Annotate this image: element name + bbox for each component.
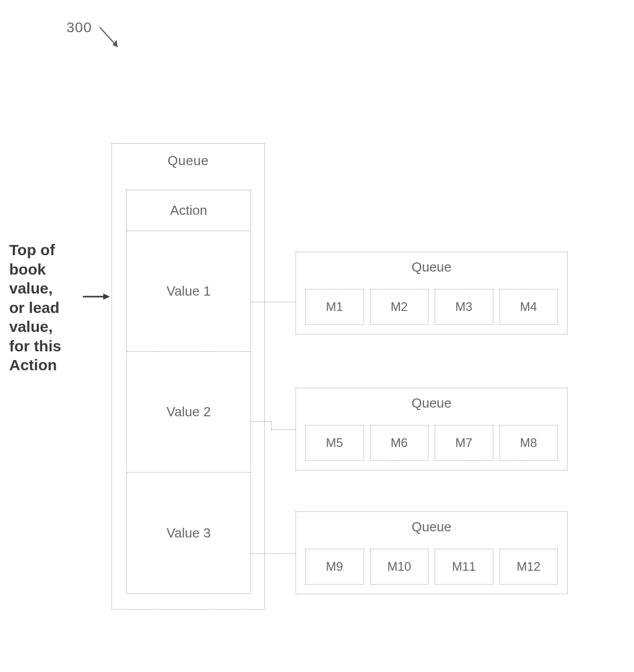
queue-item: M1 [305, 289, 364, 325]
main-queue-title: Queue [112, 153, 264, 169]
sub-queue-1: Queue M1 M2 M3 M4 [296, 252, 568, 334]
queue-item: M2 [370, 289, 429, 325]
value-cell-3: Value 3 [127, 473, 251, 593]
connector-line [271, 430, 296, 430]
queue-item: M8 [500, 425, 558, 461]
svg-marker-1 [112, 40, 118, 47]
connector-line [271, 421, 271, 430]
main-queue-box: Queue Action Value 1 Value 2 Value 3 [111, 143, 265, 610]
side-label-line: Action [9, 356, 57, 373]
queue-item: M5 [305, 425, 364, 461]
side-label-line: for this [9, 338, 61, 354]
side-label-line: value, [9, 280, 53, 297]
queue-item: M9 [305, 549, 364, 585]
reference-number: 300 [66, 19, 92, 36]
sub-queue-items: M1 M2 M3 M4 [305, 289, 558, 325]
side-label-line: Top of [9, 241, 55, 258]
connector-line [251, 421, 271, 422]
sub-queue-items: M5 M6 M7 M8 [305, 425, 558, 461]
value-cell-2: Value 2 [127, 352, 251, 473]
sub-queue-title: Queue [296, 259, 567, 275]
connector-line [251, 553, 296, 554]
side-arrow-icon [82, 292, 110, 302]
queue-item: M11 [435, 549, 493, 585]
top-of-book-label: Top of book value, or lead value, for th… [9, 240, 86, 375]
value-cell-1: Value 1 [127, 231, 251, 352]
side-label-line: or lead [9, 299, 59, 316]
diagram-canvas: 300 Top of book value, or lead value, fo… [0, 0, 634, 672]
sub-queue-3: Queue M9 M10 M11 M12 [296, 511, 568, 594]
sub-queue-items: M9 M10 M11 M12 [305, 549, 558, 585]
connector-line [251, 302, 296, 302]
sub-queue-2: Queue M5 M6 M7 M8 [296, 388, 568, 471]
queue-item: M10 [370, 549, 429, 585]
side-label-line: value, [9, 318, 53, 335]
sub-queue-title: Queue [296, 395, 567, 411]
queue-item: M12 [500, 549, 558, 585]
queue-item: M6 [370, 425, 429, 461]
svg-marker-3 [103, 294, 110, 300]
queue-item: M4 [500, 289, 558, 325]
action-header-cell: Action [127, 190, 251, 231]
sub-queue-title: Queue [296, 519, 567, 535]
reference-arrow-icon [97, 25, 128, 55]
action-value-stack: Action Value 1 Value 2 Value 3 [126, 190, 251, 594]
queue-item: M7 [435, 425, 493, 461]
side-label-line: book [9, 261, 46, 278]
queue-item: M3 [435, 289, 493, 325]
